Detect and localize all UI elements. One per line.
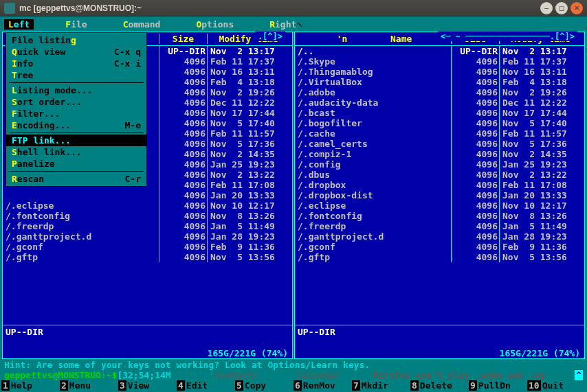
menu-item[interactable]: Sort order... [6, 96, 146, 108]
menu-item[interactable]: InfoC-x i [6, 58, 146, 69]
menu-item[interactable]: Panelize [6, 158, 146, 170]
function-keys: 1Help2Menu3View4Edit5Copy6RenMov7Mkdir8D… [1, 380, 586, 391]
menu-item[interactable]: Shell link... [6, 146, 146, 158]
table-row[interactable]: /.eclipse4096Nov 10 12:17 [295, 200, 584, 211]
menu-command[interactable]: Command [119, 19, 165, 30]
menu-right[interactable]: Right [265, 19, 300, 30]
fkey-copy[interactable]: 5Copy [235, 380, 294, 391]
ghost-contacts: Contacts [214, 370, 258, 380]
menu-item[interactable]: File listing [6, 34, 146, 46]
menubar: Left File Command Options Right [1, 18, 586, 31]
left-current: UP--DIR [5, 327, 289, 337]
table-row[interactable]: /.Skype4096Feb 11 17:37 [295, 56, 584, 67]
left-footer: UP--DIR [3, 325, 292, 348]
fkey-renmov[interactable]: 6RenMov [294, 380, 352, 391]
menu-item[interactable]: Listing mode... [6, 84, 146, 96]
right-status: 165G/221G (74%) [295, 348, 584, 358]
app-icon [4, 3, 15, 14]
table-row[interactable]: /.fontconfig4096Nov 8 13:26 [295, 211, 584, 221]
table-row[interactable]: /.adobe4096Nov 2 19:26 [295, 87, 584, 97]
minimize-button[interactable]: – [540, 2, 553, 14]
close-button[interactable]: ✕ [571, 2, 583, 14]
right-footer: UP--DIR [295, 325, 584, 348]
table-row[interactable]: /.VirtualBox4096Feb 4 13:18 [295, 77, 584, 87]
col-name[interactable]: 'n Name [298, 34, 451, 44]
table-row[interactable]: /..UP--DIRNov 2 13:17 [295, 46, 584, 56]
table-row[interactable]: /.compiz-14096Nov 2 14:35 [295, 149, 584, 159]
table-row[interactable]: /.dropbox4096Feb 11 17:08 [295, 180, 584, 190]
table-row[interactable]: /.dbus4096Nov 2 13:22 [295, 170, 584, 180]
fkey-menu[interactable]: 2Menu [60, 380, 118, 391]
ghost-calendar: Calendar [297, 370, 340, 380]
table-row[interactable]: /.camel_certs4096Nov 5 17:36 [295, 139, 584, 149]
fkey-view[interactable]: 3View [118, 380, 177, 391]
menu-left[interactable]: Left [4, 19, 34, 30]
fkey-mkdir[interactable]: 7Mkdir [352, 380, 410, 391]
fkey-edit[interactable]: 4Edit [177, 380, 235, 391]
right-rows: /..UP--DIRNov 2 13:17/.Skype4096Feb 11 1… [295, 46, 584, 325]
menu-item[interactable]: Quick viewC-x q [6, 46, 146, 58]
menu-item[interactable]: Tree [6, 69, 146, 81]
menu-item[interactable]: RescanC-r [6, 173, 146, 185]
left-panel-title: .[^]> [255, 32, 285, 41]
table-row[interactable]: /.eclipse4096Nov 10 12:17 [3, 200, 292, 211]
table-row[interactable]: /.freerdp4096Jan 5 11:49 [3, 221, 292, 231]
right-current: UP--DIR [298, 327, 582, 337]
fkey-delete[interactable]: 8Delete [410, 380, 469, 391]
window-title: mc [geppettvs@MONSTRUO]:~ [19, 3, 540, 13]
menu-item[interactable]: Filter... [6, 108, 146, 119]
table-row[interactable]: /.freerdp4096Jan 5 11:49 [295, 221, 584, 231]
table-row[interactable]: /.fontconfig4096Nov 8 13:26 [3, 211, 292, 221]
menu-item[interactable]: Encoding...M-e [6, 119, 146, 131]
table-row[interactable]: /.bogofilter4096Nov 5 17:40 [295, 118, 584, 128]
table-row[interactable]: /.dropbox-dist4096Jan 20 13:33 [295, 190, 584, 200]
ghost-firefox: Firefox won't play .webm and .og [373, 370, 544, 380]
maximize-button[interactable]: ◻ [555, 2, 568, 14]
shell-prompt[interactable]: geppettvs@MONSTRUO:~$ [32;54;14M Contact… [1, 370, 586, 380]
table-row[interactable]: /.cache4096Feb 11 11:57 [295, 128, 584, 139]
left-status: 165G/221G (74%) [3, 348, 292, 358]
scroll-up-icon[interactable]: ^ [575, 370, 583, 380]
table-row[interactable]: /.audacity-data4096Dec 11 12:22 [295, 97, 584, 108]
left-menu-dropdown: File listingQuick viewC-x qInfoC-x iTree… [5, 32, 147, 187]
table-row[interactable]: /.Thingamablog4096Nov 16 13:11 [295, 67, 584, 77]
menu-item[interactable]: FTP link... [6, 135, 146, 146]
table-row[interactable]: /.ganttproject.d4096Jan 28 19:23 [3, 231, 292, 242]
menu-options[interactable]: Options [192, 19, 238, 30]
col-size[interactable]: Size [159, 34, 207, 44]
left-panel: .[^]> Size Modify time UP--DIRNov 2 13:1… [2, 32, 293, 359]
menu-file[interactable]: File [61, 19, 91, 30]
fkey-quit[interactable]: 10Quit [527, 380, 586, 391]
table-row[interactable]: /.config4096Jan 25 19:23 [295, 159, 584, 170]
table-row[interactable]: /.gftp4096Nov 5 13:56 [295, 252, 584, 262]
fkey-pulldn[interactable]: 9PullDn [469, 380, 527, 391]
hint-bar: Hint: Are some of your keys not working?… [1, 360, 586, 370]
table-row[interactable]: /.ganttproject.d4096Jan 28 19:23 [295, 231, 584, 242]
table-row[interactable]: /.gconf4096Feb 9 11:36 [295, 242, 584, 252]
table-row[interactable]: /.bcast4096Nov 17 17:44 [295, 108, 584, 118]
right-panel: <─ ~ ─────────────────.[^]> 'n Name Size… [294, 32, 585, 359]
table-row[interactable]: 4096Jan 20 13:33 [3, 190, 292, 200]
table-row[interactable]: /.gftp4096Nov 5 13:56 [3, 252, 292, 262]
window-titlebar: mc [geppettvs@MONSTRUO]:~ – ◻ ✕ [0, 0, 587, 16]
table-row[interactable]: /.gconf4096Feb 9 11:36 [3, 242, 292, 252]
right-panel-title: <─ ~ ─────────────────.[^]> [438, 32, 577, 41]
fkey-help[interactable]: 1Help [1, 380, 60, 391]
